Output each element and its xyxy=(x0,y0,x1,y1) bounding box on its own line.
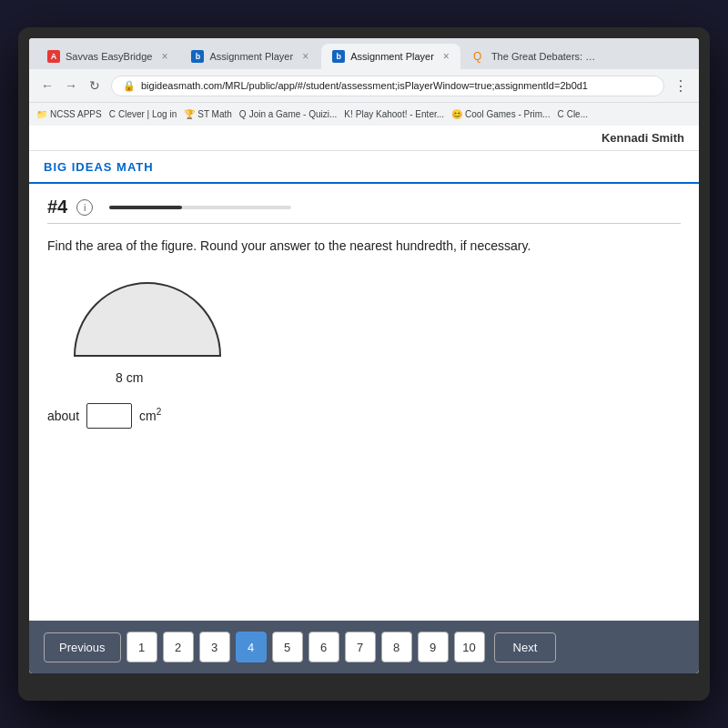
unit-exponent: 2 xyxy=(157,407,162,417)
answer-input[interactable] xyxy=(86,403,132,429)
answer-row: about cm2 xyxy=(47,403,681,429)
figure-area: 8 cm xyxy=(47,274,681,385)
bookmarks-bar: 📁 NCSS APPS C Clever | Log in 🏆 ST Math … xyxy=(29,102,699,126)
semicircle-svg xyxy=(66,274,229,365)
info-icon[interactable]: i xyxy=(76,199,93,216)
page-btn-5[interactable]: 5 xyxy=(272,632,303,662)
bookmark-coolgames[interactable]: 😊 Cool Games - Prim... xyxy=(451,109,550,119)
page-btn-4[interactable]: 4 xyxy=(236,632,267,662)
address-bar-row: ← → ↻ 🔒 bigideasmath.com/MRL/public/app/… xyxy=(29,69,699,102)
question-number-row: #4 i xyxy=(47,197,681,217)
tab-close-assignment2[interactable]: × xyxy=(443,50,450,63)
semicircle-container: 8 cm xyxy=(66,274,681,385)
bookmark-cle[interactable]: C Cle... xyxy=(557,109,588,119)
dimension-label: 8 cm xyxy=(116,370,143,385)
question-progress-bar xyxy=(109,206,291,209)
tab-close-assignment1[interactable]: × xyxy=(302,50,308,63)
bookmark-quizi[interactable]: Q Join a Game - Quizi... xyxy=(239,109,337,119)
tab-icon-debaters: Q xyxy=(473,50,486,63)
unit-label: cm2 xyxy=(139,407,161,423)
extensions-button[interactable]: ⋮ xyxy=(670,75,692,96)
tab-close-savvas[interactable]: × xyxy=(161,50,167,63)
forward-button[interactable]: → xyxy=(60,75,82,96)
user-name: Kennadi Smith xyxy=(602,131,684,145)
tab-assignment2[interactable]: b Assignment Player × xyxy=(321,44,460,69)
tab-bar: A Savvas EasyBridge × b Assignment Playe… xyxy=(29,38,699,69)
tab-savvas[interactable]: A Savvas EasyBridge × xyxy=(36,44,178,69)
page-btn-6[interactable]: 6 xyxy=(308,632,339,662)
laptop-frame: A Savvas EasyBridge × b Assignment Playe… xyxy=(18,27,710,701)
question-section: #4 i Find the area of the figure. Round … xyxy=(29,184,699,621)
question-text: Find the area of the figure. Round your … xyxy=(47,237,681,256)
tab-label-assignment2: Assignment Player xyxy=(350,51,434,62)
about-label: about xyxy=(47,409,79,423)
address-text: bigideasmath.com/MRL/public/app/#/studen… xyxy=(141,80,588,91)
page-btn-2[interactable]: 2 xyxy=(163,632,194,662)
page-btn-1[interactable]: 1 xyxy=(126,632,157,662)
previous-button[interactable]: Previous xyxy=(44,632,121,662)
tab-debaters[interactable]: Q The Great Debaters: Mo xyxy=(462,44,608,69)
bookmark-clever[interactable]: C Clever | Log in xyxy=(109,109,177,119)
page-btn-10[interactable]: 10 xyxy=(454,632,485,662)
page-btn-7[interactable]: 7 xyxy=(345,632,376,662)
address-bar[interactable]: 🔒 bigideasmath.com/MRL/public/app/#/stud… xyxy=(111,76,664,96)
page-content: Kennadi Smith BIG IDEAS MATH #4 i Find t… xyxy=(29,126,699,673)
tab-icon-assignment2: b xyxy=(332,50,345,63)
page-btn-9[interactable]: 9 xyxy=(418,632,449,662)
tab-assignment1[interactable]: b Assignment Player × xyxy=(180,44,319,69)
site-header: BIG IDEAS MATH xyxy=(29,151,699,184)
bookmark-kahoot[interactable]: K! Play Kahoot! - Enter... xyxy=(344,109,444,119)
lock-icon: 🔒 xyxy=(123,80,136,92)
browser-chrome: A Savvas EasyBridge × b Assignment Playe… xyxy=(29,38,699,126)
reload-button[interactable]: ↻ xyxy=(84,75,106,96)
tab-label-debaters: The Great Debaters: Mo xyxy=(491,51,597,62)
tab-icon-savvas: A xyxy=(47,50,60,63)
tab-label-savvas: Savvas EasyBridge xyxy=(66,51,152,62)
tab-label-assignment1: Assignment Player xyxy=(209,51,293,62)
bookmark-ncss[interactable]: 📁 NCSS APPS xyxy=(36,109,102,119)
page-btn-3[interactable]: 3 xyxy=(199,632,230,662)
screen: A Savvas EasyBridge × b Assignment Playe… xyxy=(29,38,699,673)
progress-fill xyxy=(109,206,182,209)
bookmark-stmath[interactable]: 🏆 ST Math xyxy=(184,109,232,119)
page-header: Kennadi Smith xyxy=(29,126,699,151)
back-button[interactable]: ← xyxy=(36,75,58,96)
next-button[interactable]: Next xyxy=(494,632,557,662)
page-btn-8[interactable]: 8 xyxy=(381,632,412,662)
question-number: #4 xyxy=(47,197,67,217)
nav-buttons: ← → ↻ xyxy=(36,75,106,96)
site-title: BIG IDEAS MATH xyxy=(44,160,154,174)
nav-footer: Previous 1 2 3 4 5 6 7 8 9 10 Next xyxy=(29,621,699,673)
tab-icon-assignment1: b xyxy=(191,50,204,63)
divider xyxy=(47,223,681,224)
